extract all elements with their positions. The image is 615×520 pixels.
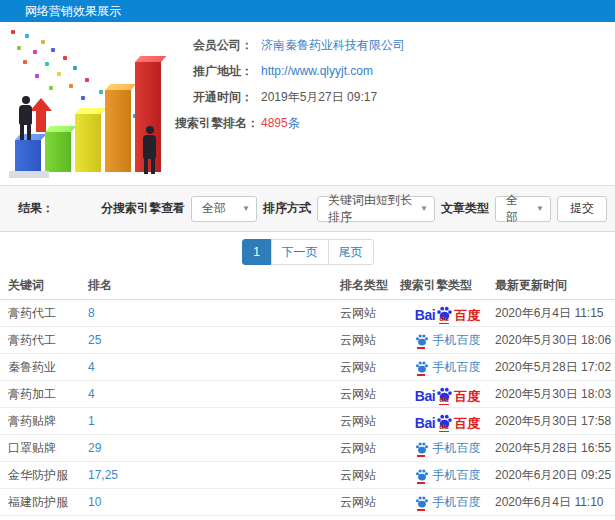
keyword-cell: 膏药代工 — [0, 332, 88, 349]
update-time-cell: 2020年5月28日 17:02 — [495, 359, 615, 376]
open-time-row: 开通时间： 2019年5月27日 09:17 — [175, 84, 605, 110]
bar-yellow — [75, 114, 101, 172]
baidu-logo: Bai du 百度 — [415, 305, 480, 322]
filter-bar: 结果： 分搜索引擎查看 全部 ▼ 排序方式 关键词由短到长排序 ▼ 文章类型 全… — [0, 185, 615, 232]
baidu-cn-text: 百度 — [454, 417, 480, 430]
baidu-cn-text: 百度 — [454, 390, 480, 403]
table-row: 膏药贴牌 1 云网站 Bai du 百度 2020年5月30日 17:58 — [0, 408, 615, 435]
engine-rank-row: 搜索引擎排名： 4895 条 — [175, 110, 605, 136]
baidu-paw-icon — [415, 441, 429, 455]
engine-type-cell: Bai du 百度 — [400, 305, 495, 322]
article-type-value: 全部 — [506, 192, 528, 226]
rank-cell[interactable]: 25 — [88, 333, 340, 347]
engine-rank-count: 4895 — [261, 116, 288, 130]
engine-select[interactable]: 全部 ▼ — [191, 196, 257, 222]
rank-type-cell: 云网站 — [340, 440, 400, 457]
member-info: 会员公司： 济南秦鲁药业科技有限公司 推广地址： http://www.qlyy… — [175, 32, 605, 136]
chevron-down-icon: ▼ — [420, 204, 428, 213]
article-type-label: 文章类型 — [441, 200, 489, 217]
growth-arrow-icon — [36, 110, 46, 132]
col-engine-type: 搜索引擎类型 — [400, 277, 495, 294]
table-header-row: 关键词 排名 排名类型 搜索引擎类型 最新更新时间 — [0, 272, 615, 300]
update-time-cell: 2020年5月30日 17:58 — [495, 413, 615, 430]
rank-type-cell: 云网站 — [340, 413, 400, 430]
engine-type-cell: Bai du 百度 — [400, 413, 495, 430]
sort-select-value: 关键词由短到长排序 — [328, 192, 412, 226]
rank-type-cell: 云网站 — [340, 332, 400, 349]
rank-type-cell: 云网站 — [340, 386, 400, 403]
baidu-du-text: du — [439, 396, 449, 405]
bar-blue — [15, 140, 41, 172]
baidu-du-text: du — [439, 315, 449, 324]
engine-type-cell: 手机百度 — [400, 467, 495, 484]
table-row: 福建防护服 10 云网站 手机百度 2020年6月4日 11:10 — [0, 489, 615, 516]
promo-url-link[interactable]: http://www.qlyyjt.com — [261, 64, 373, 78]
table-row: 膏药代工 25 云网站 手机百度 2020年5月30日 18:06 — [0, 327, 615, 354]
baidu-paw-icon: du — [436, 305, 453, 322]
table-row: 膏药代工 8 云网站 Bai du 百度 2020年6月4日 11:15 — [0, 300, 615, 327]
open-time-label: 开通时间： — [175, 89, 253, 106]
update-time-cell: 2020年6月20日 09:25 — [495, 467, 615, 484]
mobile-baidu-text: 手机百度 — [433, 359, 481, 376]
engine-rank-label: 搜索引擎排名： — [175, 115, 253, 132]
keyword-cell: 膏药加工 — [0, 386, 88, 403]
rank-cell[interactable]: 17,25 — [88, 468, 340, 482]
bar-chart-illustration — [5, 28, 173, 180]
table-row: 口罩贴牌 29 云网站 手机百度 2020年5月28日 16:55 — [0, 435, 615, 462]
keyword-cell: 膏药贴牌 — [0, 413, 88, 430]
col-update-time: 最新更新时间 — [495, 277, 615, 294]
header-bar: 网络营销效果展示 — [0, 0, 615, 22]
update-time-cell: 2020年6月4日 11:15 — [495, 305, 615, 322]
table-row: 秦鲁药业 4 云网站 手机百度 2020年5月28日 17:02 — [0, 354, 615, 381]
last-page-button[interactable]: 尾页 — [328, 239, 374, 265]
page-title: 网络营销效果展示 — [25, 3, 121, 20]
rank-cell[interactable]: 8 — [88, 306, 340, 320]
mobile-baidu-logo: 手机百度 — [415, 440, 481, 457]
page-1-button[interactable]: 1 — [242, 239, 272, 265]
keyword-cell: 口罩贴牌 — [0, 440, 88, 457]
baidu-bai-text: Bai — [415, 389, 435, 403]
col-rank: 排名 — [88, 277, 340, 294]
engine-select-value: 全部 — [202, 200, 226, 217]
baidu-du-text: du — [439, 423, 449, 432]
next-page-button[interactable]: 下一页 — [271, 239, 329, 265]
chevron-down-icon: ▼ — [536, 204, 544, 213]
rank-cell[interactable]: 10 — [88, 495, 340, 509]
engine-type-cell: 手机百度 — [400, 494, 495, 511]
baidu-paw-icon — [415, 333, 429, 347]
baidu-paw-icon: du — [436, 386, 453, 403]
mobile-baidu-text: 手机百度 — [433, 467, 481, 484]
engine-filter-label: 分搜索引擎查看 — [101, 200, 185, 217]
sort-select[interactable]: 关键词由短到长排序 ▼ — [317, 196, 435, 222]
baidu-paw-icon: du — [436, 413, 453, 430]
engine-rank-suffix[interactable]: 条 — [288, 115, 300, 132]
rank-cell[interactable]: 4 — [88, 360, 340, 374]
rank-cell[interactable]: 1 — [88, 414, 340, 428]
rank-type-cell: 云网站 — [340, 494, 400, 511]
rank-cell[interactable]: 29 — [88, 441, 340, 455]
filter-controls: 分搜索引擎查看 全部 ▼ 排序方式 关键词由短到长排序 ▼ 文章类型 全部 ▼ … — [101, 196, 607, 222]
col-keyword: 关键词 — [0, 277, 88, 294]
update-time-cell: 2020年6月4日 11:10 — [495, 494, 615, 511]
engine-type-cell: Bai du 百度 — [400, 386, 495, 403]
article-type-select[interactable]: 全部 ▼ — [495, 196, 551, 222]
keyword-cell: 金华防护服 — [0, 467, 88, 484]
rank-cell[interactable]: 4 — [88, 387, 340, 401]
businessman-figure-right — [143, 126, 156, 174]
company-row: 会员公司： 济南秦鲁药业科技有限公司 — [175, 32, 605, 58]
promo-url-row: 推广地址： http://www.qlyyjt.com — [175, 58, 605, 84]
company-link[interactable]: 济南秦鲁药业科技有限公司 — [261, 37, 405, 54]
bar-green — [45, 132, 71, 172]
submit-button[interactable]: 提交 — [557, 196, 607, 222]
mobile-baidu-text: 手机百度 — [433, 440, 481, 457]
baidu-logo: Bai du 百度 — [415, 386, 480, 403]
rank-type-cell: 云网站 — [340, 305, 400, 322]
confetti-dots — [11, 30, 15, 34]
company-label: 会员公司： — [175, 37, 253, 54]
baidu-paw-icon — [415, 468, 429, 482]
platform — [9, 171, 49, 178]
rank-type-cell: 云网站 — [340, 467, 400, 484]
bar-orange — [105, 90, 131, 172]
mobile-baidu-logo: 手机百度 — [415, 359, 481, 376]
businessman-figure-left — [19, 96, 32, 140]
